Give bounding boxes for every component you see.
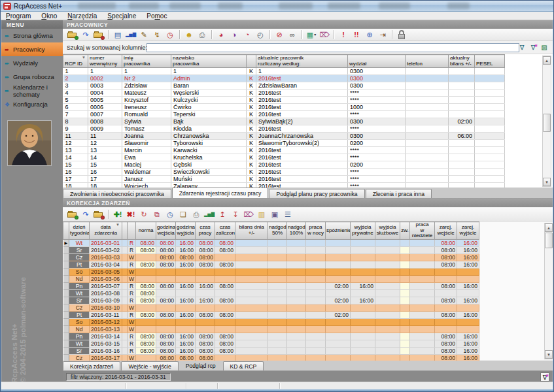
tab-zwolnienia-i-nieobecności-pracownika[interactable]: Zwolnienia i nieobecności pracownika [63, 189, 171, 198]
scheme-icon[interactable]: ⧉ [151, 209, 163, 220]
column-header[interactable]: godzina wejścia [156, 222, 176, 240]
employee-row[interactable]: 30003ZdzisławBaranKZdzisławBaran0300 [63, 82, 505, 90]
column-header[interactable]: nadgodz. 100% [287, 222, 306, 240]
binoculars-icon[interactable]: ∞ [286, 29, 298, 40]
event-row[interactable]: Sr2016-03-16R08:0008:0016:0008:0008:0008… [63, 347, 479, 354]
event-row[interactable]: So2016-03-05W [63, 268, 479, 275]
column-header[interactable]: zarej. wyjście [457, 222, 479, 240]
column-header[interactable]: dzień tygodnia [69, 222, 90, 240]
clock-icon[interactable]: ◷ [164, 209, 176, 220]
event-row[interactable]: Nd2016-03-06W [63, 275, 479, 282]
tab-podgląd-planu-pracy-pracownika[interactable]: Podgląd planu pracy pracownika [269, 189, 364, 198]
import-folder-icon[interactable] [93, 209, 105, 220]
event-row[interactable]: Sr2016-03-09R08:0008:0016:0016:0008:0002… [63, 297, 479, 304]
tab-zdarzenia-rejestracji-czasu-pracy[interactable]: Zdarzenia rejestracji czasu pracy [172, 188, 269, 198]
menu-okno[interactable]: Okno [36, 12, 62, 20]
employee-row[interactable]: 1313MarcinKarwackiK2016test**** [63, 147, 505, 154]
scroll-down-icon[interactable]: ▼ [543, 178, 551, 186]
column-header[interactable]: czas zaliczony [215, 222, 235, 240]
column-header[interactable]: aktualny bilans +/- [449, 55, 475, 68]
column-header[interactable]: wyjścia prywatne [351, 222, 375, 240]
column-header[interactable]: spóźnienie [326, 222, 351, 240]
column-header[interactable]: data zdarzenia▼ [90, 222, 122, 240]
employee-row[interactable]: 1717JanuszMuńskiK2016test**** [63, 176, 505, 183]
event-row[interactable]: So2016-03-12W [63, 318, 479, 325]
card-index-icon[interactable]: ▤ [112, 29, 124, 40]
events-scrollbar[interactable]: ▲ ▼ [544, 223, 553, 359]
edit-icon[interactable]: ✎ [138, 29, 150, 40]
undo-icon[interactable]: ↷ [80, 29, 92, 40]
scroll-thumb[interactable] [545, 233, 553, 248]
delete-event-icon[interactable]: ✖! [125, 209, 137, 220]
employee-row[interactable]: 40004MateuszWęsierskiK2016test**** [63, 90, 505, 97]
rcp-report-purple-icon[interactable]: ◑ [228, 29, 240, 40]
employee-row[interactable]: 80008SylwiaBąkKSylwiaBąk(2)030002:00 [63, 118, 505, 125]
refresh-icon[interactable]: ↻ [138, 209, 150, 220]
badge-icon[interactable]: ▥ [256, 209, 268, 220]
column-header[interactable]: praca w nocy [306, 222, 326, 240]
print-icon[interactable]: ⎙ [196, 29, 208, 40]
employee-icon[interactable]: ☻ [183, 29, 195, 40]
column-header[interactable]: nazwisko pracownika [171, 55, 247, 68]
employee-row[interactable]: 20002Nr 2AdminK2016test0300 [63, 75, 505, 82]
exit-person-icon[interactable]: ⇥ [377, 29, 389, 40]
filter-edit-icon[interactable]: ∇✱ [528, 43, 538, 52]
sidebar-item-grupa-robocza[interactable]: ➨Grupa robocza [1, 70, 63, 84]
column-header[interactable]: zw. [400, 222, 410, 240]
sidebar-item-wydziały[interactable]: ➨Wydziały [1, 56, 63, 70]
menu-pomoc[interactable]: Pomoc [141, 12, 172, 20]
event-row[interactable]: Wt2016-03-15R08:0008:0016:0008:0008:0008… [63, 340, 479, 347]
event-row[interactable]: Pn2016-03-14R08:0008:0016:0008:0008:0008… [63, 333, 479, 340]
event-row[interactable]: Nd2016-03-13W [63, 325, 479, 333]
column-header[interactable]: praca w niedziele [410, 222, 435, 240]
operations-icon[interactable]: ↯ [151, 29, 163, 40]
clock-icon[interactable]: ◴ [254, 29, 266, 40]
menu-program[interactable]: Program [1, 12, 36, 20]
double-alert-icon[interactable]: !! [351, 29, 362, 40]
chart-icon[interactable]: ▂▅▇ [203, 209, 215, 220]
print-icon[interactable]: ⎙ [190, 209, 202, 220]
column-header[interactable]: numer wewnętrzny [88, 55, 122, 68]
sidebar-item-konfiguracja[interactable]: ❖Konfiguracja [1, 97, 63, 111]
filter-button[interactable]: ∇✱ [540, 372, 549, 382]
employee-row[interactable]: 70007RomualdTeperskiK2016test**** [63, 111, 505, 118]
column-header[interactable]: wyjścia służbowe [375, 222, 400, 240]
column-header[interactable]: imię pracownika [122, 55, 171, 68]
scroll-down-icon[interactable]: ▼ [545, 350, 553, 359]
eraser-icon[interactable]: ⌦ [243, 209, 254, 220]
copy-icon[interactable]: ❏ [177, 209, 189, 220]
employee-row[interactable]: 60006IreneuszĆwirkoK2016test1000 [63, 104, 505, 111]
employees-scrollbar[interactable]: ▲ ▼ [542, 56, 551, 187]
scroll-thumb[interactable] [543, 114, 551, 132]
import-folder-icon[interactable] [93, 29, 105, 40]
column-header[interactable]: norma [136, 222, 156, 240]
event-row[interactable]: Sr2016-03-02R08:0008:0016:0008:0008:0008… [63, 246, 479, 253]
event-row[interactable]: Cz2016-03-03W08:0008:0008:0008:0016:00 [63, 253, 479, 261]
tab-zlecenia-i-praca-inna[interactable]: Zlecenia i praca inna [366, 189, 432, 198]
employee-row[interactable]: 1111K10300 [63, 68, 505, 75]
camera-icon[interactable]: ▣ [269, 209, 281, 220]
to-bottom-icon[interactable]: ↧ [230, 209, 241, 220]
event-row[interactable]: Pt2016-03-04R08:0008:0016:0008:0008:0008… [63, 261, 479, 268]
eraser-icon[interactable]: ⌦ [319, 29, 330, 40]
event-row[interactable]: Pt2016-03-11R08:0008:0016:0008:0008:0002… [63, 311, 479, 318]
settings-icon[interactable]: ☰ [282, 209, 294, 220]
lock-icon[interactable] [396, 29, 407, 40]
rcp-report-red-icon[interactable]: ◕ [215, 29, 227, 40]
column-header[interactable] [247, 55, 256, 68]
sidebar-item-kalendarze-i-schematy[interactable]: ➨Kalendarze i schematy [1, 84, 63, 97]
add-event-icon[interactable]: ✚! [112, 209, 124, 220]
menu-specjalne[interactable]: Specjalne [102, 12, 141, 20]
tab-kd-&-rcp[interactable]: KD & RCP [223, 361, 264, 370]
statistics-icon[interactable]: ▂▅▇ [125, 29, 137, 40]
to-top-icon[interactable]: ↥ [216, 209, 228, 220]
filter-chart-icon[interactable]: ▧ [540, 43, 549, 52]
employee-row[interactable]: 50005KrzysztofKulczyckiK2016test**** [63, 97, 505, 104]
tab-podgląd-rcp[interactable]: Podgląd rcp [179, 361, 222, 370]
menu-narzędzia[interactable]: Narzędzia [62, 12, 102, 20]
filter-icon[interactable]: ∇ [517, 43, 527, 52]
employee-row[interactable]: 1515MaciejGębskiK2016test0200 [63, 161, 505, 169]
tab-wejście-wyjście[interactable]: Wejście - wyjście [121, 361, 178, 370]
column-header[interactable]: zarej. wejście [435, 222, 457, 240]
event-row[interactable]: ▶Wt2016-03-01R08:0008:0016:0008:0008:000… [63, 239, 479, 246]
